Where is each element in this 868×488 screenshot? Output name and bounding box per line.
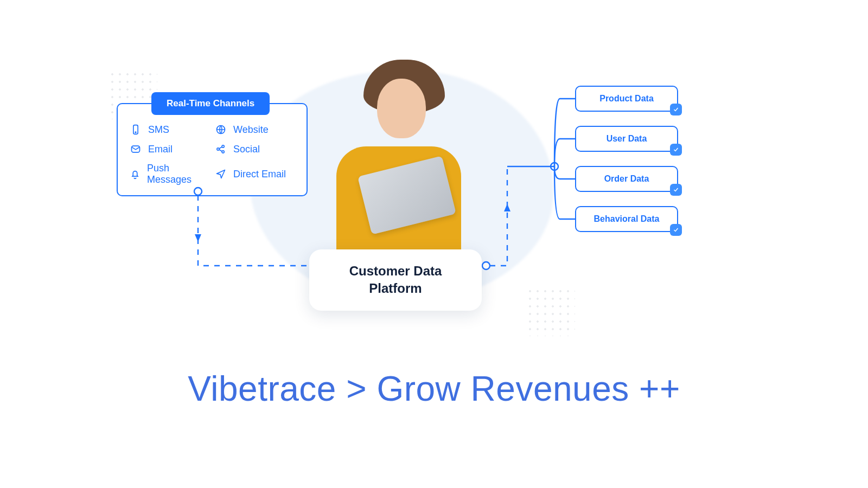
svg-point-4	[551, 163, 558, 170]
platform-card: Customer Data Platform	[309, 249, 482, 311]
channel-label: Direct Email	[233, 169, 286, 180]
channels-panel-title: Real-Time Channels	[151, 92, 270, 115]
channel-label: Email	[148, 144, 173, 155]
data-pill-product: Product Data	[575, 86, 678, 112]
channel-item-email: Email	[130, 143, 209, 155]
check-icon	[670, 184, 682, 196]
smartphone-icon	[130, 124, 142, 136]
channel-item-sms: SMS	[130, 124, 209, 136]
channel-item-website: Website	[215, 124, 295, 136]
channel-item-direct: Direct Email	[215, 163, 295, 185]
svg-point-6	[135, 132, 136, 133]
check-icon	[670, 104, 682, 115]
data-pill-label: Behavioral Data	[594, 214, 660, 223]
data-pill-behavioral: Behavioral Data	[575, 206, 678, 232]
person-illustration	[326, 49, 472, 255]
svg-marker-1	[195, 234, 201, 242]
check-icon	[670, 224, 682, 236]
tagline: Vibetrace > Grow Revenues ++	[0, 369, 868, 409]
data-pill-label: Product Data	[599, 94, 654, 103]
send-icon	[215, 168, 227, 180]
data-pill-order: Order Data	[575, 166, 678, 192]
channel-item-social: Social	[215, 143, 295, 155]
data-pill-user: User Data	[575, 126, 678, 152]
mail-icon	[130, 143, 142, 155]
data-pill-label: Order Data	[604, 174, 649, 183]
globe-icon	[215, 124, 227, 136]
channel-label: Website	[233, 124, 269, 136]
channel-item-push: Push Messages	[130, 163, 209, 185]
channel-label: Social	[233, 144, 260, 155]
data-pill-label: User Data	[607, 134, 647, 143]
bell-icon	[130, 168, 141, 180]
dot-grid-decoration	[526, 287, 575, 336]
check-icon	[670, 144, 682, 156]
share-icon	[215, 143, 227, 155]
platform-title-line1: Customer Data	[318, 262, 473, 280]
platform-title-line2: Platform	[318, 280, 473, 297]
channel-label: SMS	[148, 124, 169, 136]
channels-panel: Real-Time Channels SMS Website Email Soc…	[117, 103, 308, 196]
data-sources-column: Product Data User Data Order Data Behavi…	[575, 86, 678, 232]
channel-label: Push Messages	[147, 163, 209, 185]
